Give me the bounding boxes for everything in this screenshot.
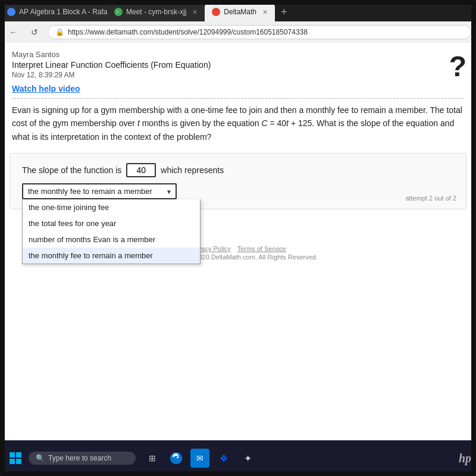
attempt-badge: attempt 2 out of 2 bbox=[405, 195, 456, 202]
problem-text: Evan is signing up for a gym membership … bbox=[12, 104, 464, 143]
page-header: Mayra Santos Interpret Linear Function C… bbox=[12, 50, 464, 79]
tab-close-algebra[interactable]: ✕ bbox=[115, 8, 120, 16]
tab-icon-algebra bbox=[7, 8, 15, 16]
help-video-link[interactable]: Watch help video bbox=[12, 84, 464, 93]
task-view-icon[interactable]: ⊞ bbox=[143, 449, 162, 468]
lock-icon: 🔒 bbox=[55, 28, 64, 36]
svg-rect-3 bbox=[16, 459, 21, 464]
page-content: ? Mayra Santos Interpret Linear Function… bbox=[0, 43, 476, 268]
taskbar-search[interactable]: 🔍 Type here to search bbox=[29, 452, 136, 465]
slope-label-prefix: The slope of the function is bbox=[22, 165, 121, 175]
help-icon[interactable]: ? bbox=[449, 50, 466, 83]
taskbar-app-icons: ⊞ ✉ ❖ ✦ bbox=[143, 449, 257, 468]
tab-deltamath[interactable]: DeltaMath ✕ bbox=[205, 2, 275, 21]
browser-window: AP Algebra 1 Block A - Rafal ✕ Meet - cy… bbox=[0, 0, 476, 43]
reload-button[interactable]: ↺ bbox=[26, 24, 43, 40]
tab-bar: AP Algebra 1 Block A - Rafal ✕ Meet - cy… bbox=[0, 0, 476, 21]
windows-icon bbox=[10, 452, 21, 464]
content-area: ? Mayra Santos Interpret Linear Function… bbox=[0, 43, 476, 440]
dropdown-option-months[interactable]: number of months Evan is a member bbox=[23, 231, 200, 248]
start-button[interactable] bbox=[5, 447, 26, 469]
taskbar: 🔍 Type here to search ⊞ ✉ ❖ ✦ hp bbox=[0, 440, 476, 476]
tab-icon-deltamath bbox=[212, 8, 220, 16]
breadcrumb: Mayra Santos bbox=[12, 50, 464, 59]
address-input[interactable]: 🔒 https://www.deltamath.com/student/solv… bbox=[48, 25, 471, 39]
section-divider bbox=[12, 98, 464, 99]
dropdown-option-total-fees[interactable]: the total fees for one year bbox=[23, 215, 200, 231]
page-date: Nov 12, 8:39:29 AM bbox=[12, 71, 464, 79]
slope-input[interactable] bbox=[126, 163, 156, 177]
mail-icon[interactable]: ✉ bbox=[190, 449, 209, 468]
terms-link[interactable]: Terms of Service bbox=[237, 245, 286, 252]
interpretation-select[interactable]: the monthly fee to remain a member the o… bbox=[22, 183, 177, 199]
new-tab-button[interactable]: + bbox=[275, 2, 293, 21]
tab-label-algebra: AP Algebra 1 Block A - Rafal bbox=[19, 8, 109, 16]
tab-close-meet[interactable]: ✕ bbox=[192, 8, 198, 16]
tab-algebra[interactable]: AP Algebra 1 Block A - Rafal ✕ bbox=[0, 2, 107, 21]
dropdown-option-joining-fee[interactable]: the one-time joining fee bbox=[23, 199, 200, 215]
dropdown-open-list: the one-time joining fee the total fees … bbox=[22, 199, 201, 264]
taskbar-right: hp bbox=[459, 452, 471, 465]
back-button[interactable]: ← bbox=[5, 24, 21, 40]
tab-meet[interactable]: Meet - cym-brsk-xjj ✕ bbox=[107, 2, 205, 21]
edge-icon[interactable] bbox=[167, 449, 186, 468]
slope-row: The slope of the function is which repre… bbox=[22, 163, 454, 177]
svg-rect-2 bbox=[10, 459, 15, 464]
extra-icon[interactable]: ✦ bbox=[238, 449, 257, 468]
slope-label-suffix: which represents bbox=[161, 165, 224, 175]
hp-logo: hp bbox=[459, 452, 471, 465]
svg-rect-0 bbox=[10, 452, 15, 458]
tab-label-meet: Meet - cym-brsk-xjj bbox=[126, 8, 186, 16]
taskbar-search-icon: 🔍 bbox=[36, 454, 45, 462]
taskbar-search-text: Type here to search bbox=[48, 454, 111, 462]
tab-close-deltamath[interactable]: ✕ bbox=[262, 8, 268, 16]
dropdown-option-monthly-fee[interactable]: the monthly fee to remain a member bbox=[23, 248, 200, 264]
dropbox-icon[interactable]: ❖ bbox=[214, 449, 233, 468]
svg-rect-1 bbox=[16, 452, 21, 458]
dropdown-container: the monthly fee to remain a member the o… bbox=[22, 183, 177, 199]
address-bar-row: ← ↺ 🔒 https://www.deltamath.com/student/… bbox=[0, 21, 476, 43]
answer-section: The slope of the function is which repre… bbox=[10, 153, 466, 209]
address-text: https://www.deltamath.com/student/solve/… bbox=[68, 28, 308, 36]
tab-label-deltamath: DeltaMath bbox=[224, 8, 256, 16]
page-title: Interpret Linear Function Coefficients (… bbox=[12, 60, 464, 70]
